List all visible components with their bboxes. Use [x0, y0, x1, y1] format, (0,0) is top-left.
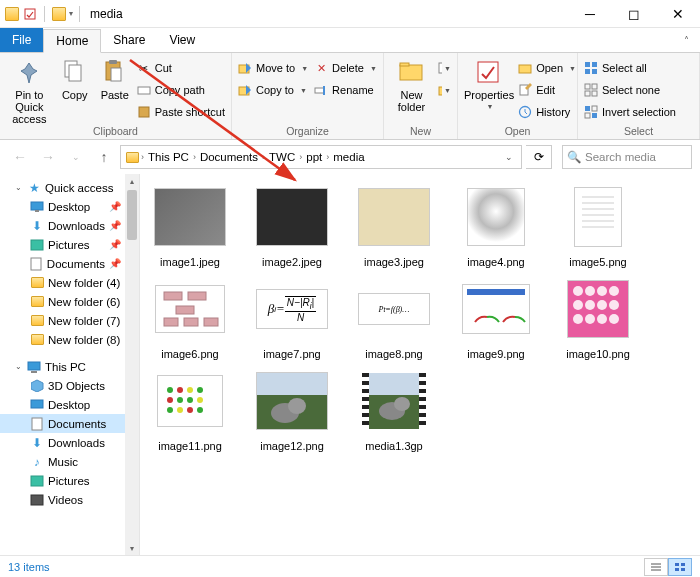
pictures-icon — [30, 238, 44, 252]
chevron-down-icon[interactable]: ⌄ — [14, 362, 23, 371]
tab-home[interactable]: Home — [43, 29, 101, 53]
details-view-button[interactable] — [644, 558, 668, 576]
scroll-up-icon[interactable]: ▴ — [130, 174, 134, 188]
breadcrumb-item[interactable]: This PC — [146, 151, 191, 163]
nav-pictures-pc[interactable]: Pictures — [0, 471, 139, 490]
file-item[interactable]: image12.png — [248, 366, 336, 452]
scrollbar-thumb[interactable] — [127, 190, 137, 240]
nav-scrollbar[interactable]: ▴ ▾ — [125, 174, 139, 555]
videos-icon — [30, 493, 44, 507]
move-to-button[interactable]: Move to▼ — [238, 57, 308, 79]
file-item[interactable]: media1.3gp — [350, 366, 438, 452]
nav-desktop[interactable]: Desktop📌 — [0, 197, 139, 216]
history-button[interactable]: History — [518, 101, 576, 123]
pin-to-quick-access-button[interactable]: Pin to Quick access — [6, 55, 53, 125]
refresh-button[interactable]: ⟳ — [526, 145, 552, 169]
file-item[interactable]: image5.png — [554, 182, 642, 268]
tab-share[interactable]: Share — [101, 28, 157, 52]
forward-button[interactable]: → — [36, 145, 60, 169]
nav-documents-pc[interactable]: Documents — [0, 414, 139, 433]
breadcrumb-item[interactable]: ppt — [304, 151, 324, 163]
breadcrumb-item[interactable]: media — [331, 151, 366, 163]
nav-folder-item[interactable]: New folder (6) — [0, 292, 139, 311]
delete-button[interactable]: ✕Delete▼ — [314, 57, 377, 79]
rename-button[interactable]: Rename — [314, 79, 377, 101]
nav-quick-access[interactable]: ⌄★Quick access — [0, 178, 139, 197]
chevron-right-icon[interactable]: › — [141, 152, 144, 162]
scroll-down-icon[interactable]: ▾ — [130, 541, 134, 555]
close-button[interactable]: ✕ — [656, 0, 700, 28]
properties-qat-icon[interactable] — [22, 6, 38, 22]
new-folder-button[interactable]: New folder — [390, 55, 433, 113]
nav-documents[interactable]: Documents📌 — [0, 254, 139, 273]
breadcrumb-item[interactable]: Documents — [198, 151, 260, 163]
nav-3d-objects[interactable]: 3D Objects — [0, 376, 139, 395]
paste-button[interactable]: Paste — [97, 55, 133, 101]
svg-rect-89 — [675, 568, 679, 571]
svg-rect-32 — [592, 113, 597, 118]
chevron-down-icon[interactable]: ⌄ — [14, 183, 23, 192]
invert-selection-button[interactable]: Invert selection — [584, 101, 676, 123]
maximize-button[interactable]: ◻ — [612, 0, 656, 28]
minimize-button[interactable]: ─ — [568, 0, 612, 28]
nav-downloads[interactable]: ⬇Downloads📌 — [0, 216, 139, 235]
svg-rect-33 — [31, 202, 43, 210]
file-item[interactable]: image1.jpeg — [146, 182, 234, 268]
file-item[interactable]: Pt=f(β)…image8.png — [350, 274, 438, 360]
nav-desktop-pc[interactable]: Desktop — [0, 395, 139, 414]
back-button[interactable]: ← — [8, 145, 32, 169]
nav-this-pc[interactable]: ⌄This PC — [0, 357, 139, 376]
thumbnails-view-button[interactable] — [668, 558, 692, 576]
select-all-button[interactable]: Select all — [584, 57, 647, 79]
open-button[interactable]: Open▼ — [518, 57, 576, 79]
nav-pictures[interactable]: Pictures📌 — [0, 235, 139, 254]
nav-videos[interactable]: Videos — [0, 490, 139, 509]
chevron-right-icon[interactable]: › — [299, 152, 302, 162]
svg-rect-23 — [585, 69, 590, 74]
nav-folder-item[interactable]: New folder (7) — [0, 311, 139, 330]
search-input[interactable]: 🔍 Search media — [562, 145, 692, 169]
nav-folder-item[interactable]: New folder (8) — [0, 330, 139, 349]
copy-path-button[interactable]: Copy path — [137, 79, 225, 101]
copy-button[interactable]: Copy — [57, 55, 93, 101]
breadcrumb-dropdown-icon[interactable]: ⌄ — [501, 152, 517, 162]
new-item-icon[interactable]: ▼ — [437, 57, 451, 79]
recent-locations-button[interactable]: ⌄ — [64, 145, 88, 169]
file-item[interactable]: image9.png — [452, 274, 540, 360]
nav-folder-item[interactable]: New folder (4) — [0, 273, 139, 292]
pc-icon — [27, 360, 41, 374]
tab-file[interactable]: File — [0, 28, 43, 52]
easy-access-icon[interactable]: ▼ — [437, 79, 451, 101]
svg-rect-41 — [31, 476, 43, 486]
breadcrumb[interactable]: › This PC › Documents › TWC › ppt › medi… — [120, 145, 522, 169]
svg-point-57 — [585, 286, 595, 296]
nav-music[interactable]: ♪Music — [0, 452, 139, 471]
chevron-right-icon[interactable]: › — [326, 152, 329, 162]
qat-dropdown-icon[interactable]: ▾ — [69, 9, 73, 18]
downloads-icon: ⬇ — [30, 219, 44, 233]
file-item[interactable]: image11.png — [146, 366, 234, 452]
copy-to-button[interactable]: Copy to▼ — [238, 79, 308, 101]
file-item[interactable]: image2.jpeg — [248, 182, 336, 268]
file-item[interactable]: βi = N−|Ri|Nimage7.png — [248, 274, 336, 360]
paste-shortcut-button[interactable]: Paste shortcut — [137, 101, 225, 123]
svg-rect-55 — [467, 289, 525, 295]
up-button[interactable]: ↑ — [92, 145, 116, 169]
svg-rect-17 — [478, 62, 498, 82]
file-item[interactable]: image10.png — [554, 274, 642, 360]
file-item[interactable]: image4.png — [452, 182, 540, 268]
collapse-ribbon-icon[interactable]: ˄ — [672, 28, 700, 52]
nav-downloads-pc[interactable]: ⬇Downloads — [0, 433, 139, 452]
file-item[interactable]: image3.jpeg — [350, 182, 438, 268]
file-list[interactable]: image1.jpeg image2.jpeg image3.jpeg imag… — [140, 174, 700, 555]
svg-rect-88 — [681, 563, 685, 566]
properties-button[interactable]: Properties ▼ — [464, 55, 514, 111]
file-item[interactable]: image6.png — [146, 274, 234, 360]
breadcrumb-item[interactable]: TWC — [267, 151, 297, 163]
chevron-right-icon[interactable]: › — [262, 152, 265, 162]
tab-view[interactable]: View — [157, 28, 207, 52]
edit-button[interactable]: Edit — [518, 79, 576, 101]
cut-button[interactable]: ✂Cut — [137, 57, 225, 79]
chevron-right-icon[interactable]: › — [193, 152, 196, 162]
select-none-button[interactable]: Select none — [584, 79, 660, 101]
